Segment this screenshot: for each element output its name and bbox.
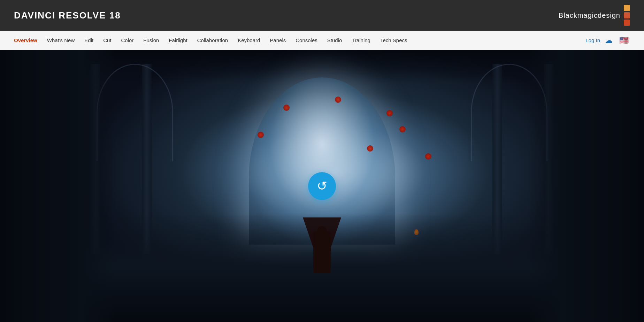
logo-square-1 bbox=[624, 5, 630, 11]
nav-item-edit[interactable]: Edit bbox=[84, 37, 93, 43]
hero-right-panel bbox=[528, 50, 644, 322]
app-title: DAVINCI RESOLVE 18 bbox=[14, 10, 121, 21]
nav-item-fairlight[interactable]: Fairlight bbox=[169, 37, 187, 43]
nav-item-panels[interactable]: Panels bbox=[270, 37, 286, 43]
replay-icon: ↺ bbox=[317, 180, 327, 192]
brand-logo: Blackmagicdesign bbox=[559, 5, 630, 26]
main-nav: Overview What's New Edit Cut Color Fusio… bbox=[0, 31, 644, 50]
site-header: DAVINCI RESOLVE 18 Blackmagicdesign bbox=[0, 0, 644, 31]
nav-item-cut[interactable]: Cut bbox=[103, 37, 111, 43]
nav-item-collaboration[interactable]: Collaboration bbox=[197, 37, 228, 43]
nav-item-fusion[interactable]: Fusion bbox=[143, 37, 159, 43]
logo-square-3 bbox=[624, 20, 630, 26]
nav-item-keyboard[interactable]: Keyboard bbox=[238, 37, 260, 43]
language-flag[interactable]: 🇺🇸 bbox=[618, 36, 630, 45]
hero-section: ↺ bbox=[0, 50, 644, 322]
brand-name: Blackmagicdesign bbox=[559, 12, 620, 20]
nav-item-whats-new[interactable]: What's New bbox=[47, 37, 75, 43]
red-accent-2 bbox=[335, 97, 341, 103]
replay-button[interactable]: ↺ bbox=[308, 172, 336, 200]
logo-square-2 bbox=[624, 12, 630, 18]
red-accent-3 bbox=[386, 110, 393, 116]
nav-item-overview[interactable]: Overview bbox=[14, 37, 37, 43]
figure-silhouette bbox=[308, 204, 336, 273]
nav-item-tech-specs[interactable]: Tech Specs bbox=[380, 37, 407, 43]
nav-items-left: Overview What's New Edit Cut Color Fusio… bbox=[14, 37, 407, 43]
red-accent-1 bbox=[283, 105, 290, 111]
nav-item-consoles[interactable]: Consoles bbox=[296, 37, 317, 43]
cloud-icon[interactable]: ☁ bbox=[605, 36, 613, 45]
figure-head bbox=[317, 226, 327, 235]
red-accent-7 bbox=[425, 153, 431, 160]
nav-item-training[interactable]: Training bbox=[352, 37, 370, 43]
figure-body bbox=[313, 231, 331, 273]
hero-left-panel bbox=[0, 50, 116, 322]
nav-actions: Log In ☁ 🇺🇸 bbox=[585, 36, 630, 45]
login-link[interactable]: Log In bbox=[585, 37, 600, 43]
nav-item-color[interactable]: Color bbox=[121, 37, 133, 43]
brand-squares bbox=[624, 5, 630, 26]
nav-item-studio[interactable]: Studio bbox=[327, 37, 342, 43]
